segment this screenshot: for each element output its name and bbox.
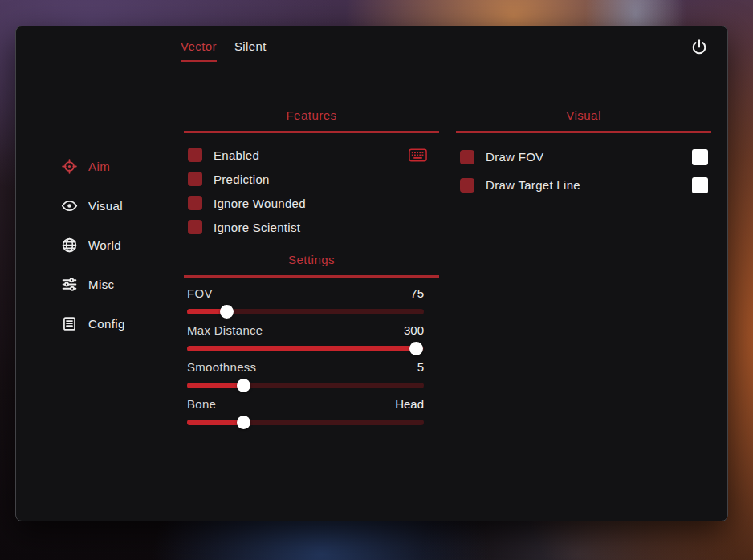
crosshair-icon	[61, 158, 78, 175]
checkbox-label: Enabled	[214, 148, 259, 162]
power-icon	[690, 39, 708, 56]
sidebar-item-world[interactable]: World	[61, 236, 125, 254]
section-visual: Visual Draw FOV Draw Target Line	[456, 108, 711, 199]
checkbox-row-draw-target-line: Draw Target Line	[456, 171, 711, 199]
slider-thumb[interactable]	[237, 379, 250, 392]
tab-silent[interactable]: Silent	[234, 39, 267, 62]
enabled-checkbox[interactable]	[188, 148, 202, 162]
document-icon	[61, 315, 78, 332]
slider-label: Bone	[187, 397, 216, 411]
slider-label: FOV	[187, 286, 213, 300]
draw-fov-checkbox[interactable]	[460, 150, 474, 164]
sidebar-item-config[interactable]: Config	[61, 314, 125, 333]
checkbox-row-draw-fov: Draw FOV	[456, 143, 711, 171]
max-distance-slider[interactable]	[187, 346, 424, 351]
ignore-wounded-checkbox[interactable]	[188, 196, 202, 210]
checkbox-label: Ignore Scientist	[214, 221, 300, 234]
cheat-menu-panel: Vector Silent Aim	[15, 26, 728, 521]
checkbox-row-prediction: Prediction	[184, 167, 439, 191]
sidebar-item-label: Misc	[88, 278, 114, 291]
smoothness-slider[interactable]	[187, 383, 424, 388]
slider-group-bone: Bone Head	[184, 388, 439, 425]
mode-tabs: Vector Silent	[181, 39, 267, 62]
sidebar-item-label: Config	[88, 317, 125, 331]
slider-thumb[interactable]	[237, 416, 250, 429]
slider-label: Max Distance	[187, 323, 263, 337]
slider-group-fov: FOV 75	[184, 278, 439, 314]
tab-vector[interactable]: Vector	[181, 39, 217, 62]
checkbox-label: Prediction	[214, 172, 270, 186]
slider-value: 300	[404, 323, 424, 337]
section-title: Features	[184, 108, 439, 133]
slider-group-smoothness: Smoothness 5	[184, 351, 439, 388]
fov-slider[interactable]	[187, 309, 424, 314]
section-title: Settings	[184, 253, 439, 278]
checkbox-label: Ignore Wounded	[214, 197, 306, 210]
sidebar-item-label: Aim	[88, 160, 110, 173]
section-settings: Settings FOV 75 Max Distance 300 Smoothn…	[184, 253, 439, 425]
globe-icon	[61, 237, 78, 254]
keyboard-icon[interactable]	[409, 148, 427, 162]
eye-icon	[61, 197, 78, 214]
slider-value: 5	[417, 360, 424, 374]
slider-label: Smoothness	[187, 360, 256, 374]
slider-thumb[interactable]	[409, 342, 423, 355]
draw-target-line-color-swatch[interactable]	[692, 177, 708, 193]
checkbox-row-ignore-scientist: Ignore Scientist	[184, 215, 439, 239]
checkbox-label: Draw Target Line	[486, 178, 580, 192]
sidebar-nav: Aim Visual World	[61, 157, 125, 333]
prediction-checkbox[interactable]	[188, 172, 202, 186]
sidebar-item-visual[interactable]: Visual	[61, 197, 125, 215]
draw-fov-color-swatch[interactable]	[692, 149, 708, 165]
slider-thumb[interactable]	[220, 305, 234, 319]
draw-target-line-checkbox[interactable]	[460, 178, 474, 193]
slider-value: 75	[410, 286, 424, 300]
slider-value: Head	[395, 397, 424, 411]
sidebar-item-misc[interactable]: Misc	[61, 275, 125, 294]
bone-slider[interactable]	[187, 420, 424, 425]
sidebar-item-aim[interactable]: Aim	[61, 157, 125, 176]
section-title: Visual	[456, 108, 711, 133]
power-button[interactable]	[689, 37, 710, 58]
sliders-icon	[61, 276, 78, 293]
sidebar-item-label: World	[88, 238, 121, 252]
section-features: Features Enabled	[184, 108, 439, 239]
checkbox-row-ignore-wounded: Ignore Wounded	[184, 191, 439, 215]
sidebar-item-label: Visual	[88, 199, 123, 213]
ignore-scientist-checkbox[interactable]	[188, 220, 202, 234]
checkbox-label: Draw FOV	[486, 150, 543, 164]
checkbox-row-enabled: Enabled	[184, 143, 439, 167]
slider-group-max-distance: Max Distance 300	[184, 314, 439, 351]
